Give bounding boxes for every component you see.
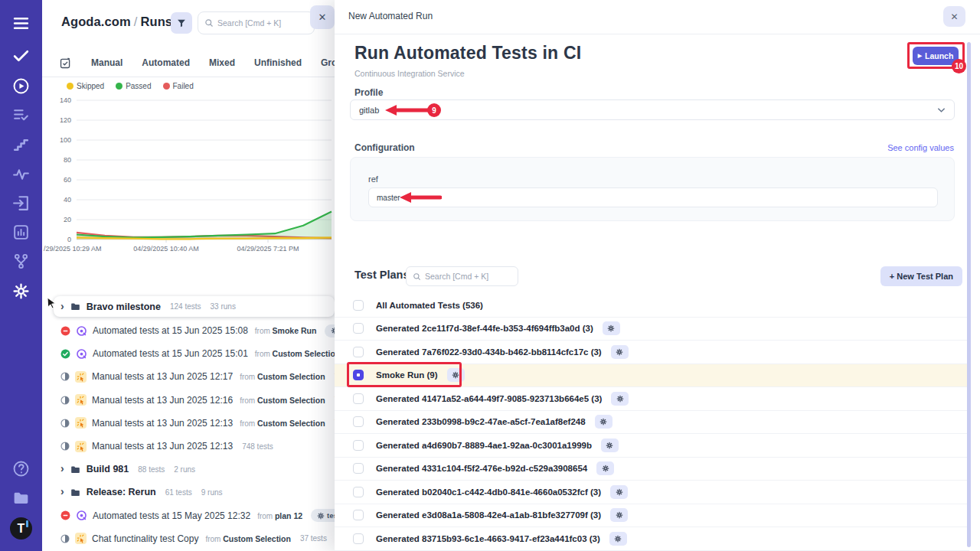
scrollbar[interactable] bbox=[967, 42, 971, 547]
import-run-icon[interactable] bbox=[11, 194, 31, 213]
plan-checkbox[interactable] bbox=[353, 440, 364, 451]
plan-checkbox[interactable] bbox=[353, 533, 364, 544]
plan-settings-button[interactable] bbox=[610, 508, 628, 522]
plan-checkbox[interactable] bbox=[353, 347, 364, 357]
runs-tabs: ManualAutomatedMixedUnfinishedGroups bbox=[59, 54, 354, 72]
run-row[interactable]: Automated tests at 15 Jun 2025 15:08from… bbox=[42, 319, 335, 342]
filter-button[interactable] bbox=[171, 12, 192, 34]
chevron-right-icon[interactable]: › bbox=[60, 463, 64, 474]
help-icon[interactable] bbox=[11, 459, 31, 478]
test-plan-row[interactable]: Generated e3d08a1a-5808-42e4-a1ab-81bfe3… bbox=[335, 504, 969, 528]
runs-search-input[interactable] bbox=[217, 18, 308, 28]
run-title: Run Automated Tests in CI bbox=[354, 43, 581, 64]
plan-settings-button[interactable] bbox=[601, 439, 619, 452]
plan-checkbox[interactable] bbox=[353, 323, 364, 334]
tab-manual[interactable]: Manual bbox=[91, 57, 122, 68]
plan-settings-button[interactable] bbox=[609, 532, 627, 546]
divider bbox=[42, 77, 335, 77]
test-plans-list: All Automated Tests (536)Generated 2ce11… bbox=[335, 294, 969, 551]
plan-checkbox[interactable] bbox=[353, 510, 364, 520]
mouse-cursor-icon bbox=[46, 297, 57, 309]
plan-checkbox[interactable] bbox=[353, 487, 364, 497]
tab-mixed[interactable]: Mixed bbox=[209, 57, 235, 68]
project-name[interactable]: Agoda.com bbox=[61, 15, 131, 28]
tests-check-icon[interactable] bbox=[11, 46, 31, 65]
play-icon: ▶ bbox=[918, 53, 922, 59]
launch-button[interactable]: ▶ Launch bbox=[913, 47, 959, 65]
svg-text:/29/2025 10:29 AM: /29/2025 10:29 AM bbox=[44, 245, 102, 253]
test-plans-search-input[interactable] bbox=[425, 272, 511, 281]
test-plan-row[interactable]: Generated 233b0998-b9c2-47ae-a5cf-7ea1af… bbox=[335, 411, 969, 435]
plan-settings-button[interactable] bbox=[595, 415, 612, 429]
run-group-row[interactable]: ›Build 98188 tests2 runs bbox=[42, 458, 335, 481]
run-row[interactable]: Manual tests at 13 Jun 2025 12:16from Cu… bbox=[42, 389, 335, 412]
run-group-row[interactable]: ›Bravo milestone124 tests33 runs bbox=[54, 296, 335, 317]
settings-gear-icon[interactable] bbox=[11, 282, 31, 301]
tests-count: 61 tests bbox=[165, 488, 192, 497]
branches-icon[interactable] bbox=[11, 252, 31, 271]
plan-label: Generated 233b0998-b9c2-47ae-a5cf-7ea1af… bbox=[376, 417, 586, 426]
test-plan-row[interactable]: Smoke Run (9) bbox=[335, 364, 969, 388]
projects-folder-icon[interactable] bbox=[11, 488, 31, 507]
test-plan-row[interactable]: Generated 83715b93-6c1e-4663-9417-ef23a4… bbox=[335, 527, 969, 551]
test-plans-search[interactable] bbox=[406, 266, 518, 286]
pulse-analytics-icon[interactable] bbox=[11, 165, 31, 184]
run-group-name: Bravo milestone bbox=[87, 302, 161, 312]
test-plan-row[interactable]: Generated 7a76f022-93d0-434b-b462-bb8114… bbox=[335, 341, 969, 364]
test-plan-row[interactable]: Generated 2ce11f7d-38ef-44fe-b353-4f694f… bbox=[335, 318, 969, 341]
run-row[interactable]: Manual tests at 13 Jun 2025 12:17from Cu… bbox=[42, 365, 335, 388]
profile-select[interactable]: gitlab bbox=[350, 99, 955, 120]
tab-automated[interactable]: Automated bbox=[142, 57, 190, 68]
plan-settings-button[interactable] bbox=[611, 392, 629, 406]
test-plan-row[interactable]: All Automated Tests (536) bbox=[335, 294, 969, 318]
reports-chart-icon[interactable] bbox=[11, 223, 31, 242]
plan-checkbox[interactable] bbox=[353, 300, 364, 311]
test-plan-row[interactable]: Generated 4331c104-f5f2-476e-b92d-c529a3… bbox=[335, 458, 969, 481]
runs-play-icon[interactable] bbox=[11, 77, 31, 96]
checklist-icon[interactable] bbox=[59, 57, 72, 70]
plan-settings-button[interactable] bbox=[610, 485, 628, 499]
svg-text:04/29/2025 7:21 PM: 04/29/2025 7:21 PM bbox=[237, 245, 299, 253]
new-test-plan-button[interactable]: + New Test Plan bbox=[880, 266, 962, 286]
plan-checkbox[interactable] bbox=[353, 416, 364, 427]
run-name: Automated tests at 15 Jun 2025 15:01 bbox=[93, 348, 248, 359]
run-group-row[interactable]: ›Release: Rerun61 tests9 runs bbox=[42, 481, 335, 504]
plan-checkbox[interactable] bbox=[353, 393, 364, 404]
steps-icon[interactable] bbox=[11, 135, 31, 154]
panel-close-button[interactable]: ✕ bbox=[310, 5, 335, 29]
run-row[interactable]: Manual tests at 13 Jun 2025 12:13748 tes… bbox=[42, 435, 335, 458]
test-plan-row[interactable]: Generated 41471a52-a644-49f7-9085-923713… bbox=[335, 387, 969, 411]
drawer-close-button[interactable]: ✕ bbox=[943, 6, 965, 27]
menu-icon[interactable] bbox=[11, 14, 31, 33]
chevron-right-icon[interactable]: › bbox=[60, 301, 64, 311]
test-plan-row[interactable]: Generated a4d690b7-8889-4ae1-92aa-0c3001… bbox=[335, 434, 969, 458]
plan-checkbox[interactable] bbox=[353, 463, 364, 474]
plan-settings-button[interactable] bbox=[447, 368, 465, 382]
plan-settings-button[interactable] bbox=[603, 321, 620, 335]
see-config-values-link[interactable]: See config values bbox=[887, 143, 954, 152]
plan-settings-button[interactable] bbox=[596, 461, 614, 475]
runs-search[interactable] bbox=[198, 11, 315, 34]
run-row[interactable]: Automated tests at 15 Jun 2025 15:01from… bbox=[42, 342, 335, 365]
sidebar: T bbox=[0, 0, 42, 551]
plan-label: Generated 41471a52-a644-49f7-9085-923713… bbox=[376, 394, 602, 403]
run-env-badge[interactable]: test bbox=[311, 509, 335, 522]
chevron-right-icon[interactable]: › bbox=[60, 486, 64, 497]
tab-unfinished[interactable]: Unfinished bbox=[254, 57, 302, 68]
status-in-progress-icon bbox=[60, 396, 70, 405]
plan-checkbox[interactable] bbox=[353, 370, 364, 380]
runs-count: 2 runs bbox=[174, 465, 195, 474]
test-plans-list-icon[interactable] bbox=[11, 106, 31, 125]
plan-settings-button[interactable] bbox=[611, 345, 629, 359]
test-plan-row[interactable]: Generated b02040c1-c442-4db0-841e-4660a0… bbox=[335, 481, 969, 504]
ref-input[interactable] bbox=[368, 187, 938, 207]
run-row[interactable]: Manual tests at 13 Jun 2025 12:13from Cu… bbox=[42, 412, 335, 435]
run-env-badge[interactable]: test bbox=[325, 324, 335, 337]
chart-legend: SkippedPassedFailed bbox=[67, 82, 194, 90]
testomat-logo[interactable]: T bbox=[10, 517, 32, 540]
run-row[interactable]: Automated tests at 15 May 2025 12:32from… bbox=[42, 504, 335, 527]
automated-run-icon bbox=[76, 348, 87, 360]
run-group-name: Build 981 bbox=[87, 464, 129, 474]
divider bbox=[335, 34, 980, 34]
run-row[interactable]: Chat functinality test Copyfrom Custom S… bbox=[42, 527, 335, 550]
